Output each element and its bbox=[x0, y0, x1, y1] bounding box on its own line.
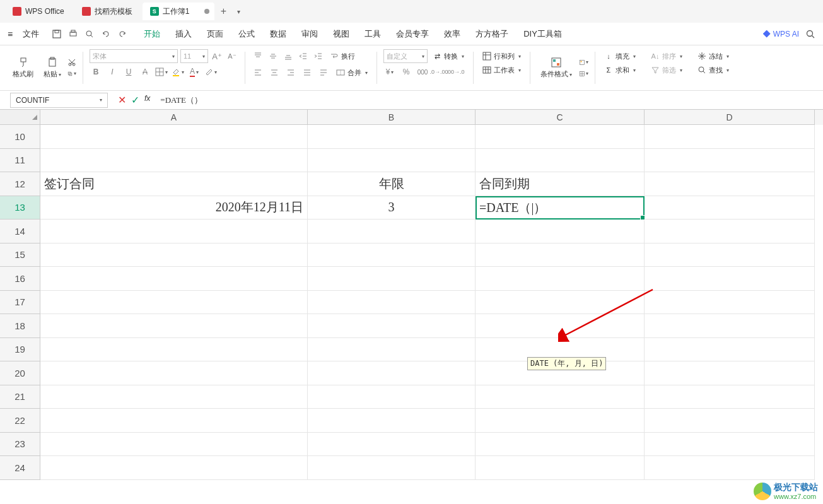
print-icon[interactable] bbox=[68, 29, 78, 39]
font-size-select[interactable]: 11▾ bbox=[180, 49, 208, 63]
cell-D21[interactable] bbox=[645, 385, 815, 409]
merge-button[interactable]: 合并▾ bbox=[334, 66, 370, 79]
cell-A15[interactable] bbox=[40, 243, 308, 267]
redo-icon[interactable] bbox=[117, 29, 127, 39]
clear-format-button[interactable]: ▾ bbox=[204, 66, 217, 78]
row-header-12[interactable]: 12 bbox=[0, 172, 40, 196]
cell-C11[interactable] bbox=[476, 149, 645, 173]
cell-D15[interactable] bbox=[645, 243, 815, 267]
conditional-format-button[interactable]: 条件格式▾ bbox=[537, 56, 576, 80]
cell-A24[interactable] bbox=[40, 456, 308, 480]
worksheet-button[interactable]: 工作表▾ bbox=[480, 63, 523, 77]
increase-font-icon[interactable]: A⁺ bbox=[211, 50, 223, 62]
cell-B22[interactable] bbox=[308, 409, 476, 433]
cell-B20[interactable] bbox=[308, 361, 476, 385]
cell-B17[interactable] bbox=[308, 291, 476, 315]
row-header-21[interactable]: 21 bbox=[0, 385, 40, 409]
copy-icon[interactable]: ▾ bbox=[67, 69, 76, 78]
align-left-icon[interactable] bbox=[252, 66, 264, 79]
currency-icon[interactable]: ¥▾ bbox=[383, 66, 396, 78]
cut-icon[interactable] bbox=[67, 58, 76, 67]
italic-button[interactable]: I bbox=[106, 66, 119, 78]
menu-tab-member[interactable]: 会员专享 bbox=[391, 26, 434, 42]
fx-icon[interactable]: fx bbox=[144, 94, 150, 106]
menu-tab-ffgz[interactable]: 方方格子 bbox=[470, 26, 513, 42]
preview-icon[interactable] bbox=[85, 29, 95, 39]
cell-C18[interactable] bbox=[476, 314, 645, 338]
menu-hamburger-icon[interactable]: ≡ bbox=[8, 29, 13, 39]
row-header-11[interactable]: 11 bbox=[0, 149, 40, 173]
cell-A18[interactable] bbox=[40, 314, 308, 338]
formula-input[interactable]: =DATE（） bbox=[155, 95, 823, 106]
row-header-18[interactable]: 18 bbox=[0, 314, 40, 338]
justify-icon[interactable] bbox=[301, 66, 313, 79]
cell-C21[interactable] bbox=[476, 385, 645, 409]
tab-menu-dropdown[interactable]: ▾ bbox=[232, 8, 245, 15]
cell-B23[interactable] bbox=[308, 433, 476, 457]
cell-B15[interactable] bbox=[308, 243, 476, 267]
border-button[interactable]: ▾ bbox=[155, 66, 168, 78]
close-icon[interactable] bbox=[204, 9, 209, 14]
tab-wps-office[interactable]: WPS Office bbox=[5, 3, 72, 20]
cell-B19[interactable] bbox=[308, 338, 476, 362]
row-header-19[interactable]: 19 bbox=[0, 338, 40, 362]
row-header-13[interactable]: 13 bbox=[0, 196, 40, 220]
percent-icon[interactable]: % bbox=[400, 66, 412, 78]
menu-tab-data[interactable]: 数据 bbox=[265, 26, 291, 42]
row-header-22[interactable]: 22 bbox=[0, 409, 40, 433]
cell-D18[interactable] bbox=[645, 314, 815, 338]
menu-tab-formula[interactable]: 公式 bbox=[233, 26, 260, 42]
cell-styles-icon[interactable]: ▾ bbox=[580, 58, 588, 67]
cell-D12[interactable] bbox=[645, 172, 815, 196]
align-bottom-icon[interactable] bbox=[282, 50, 295, 62]
menu-tab-tools[interactable]: 工具 bbox=[359, 26, 386, 42]
paste-button[interactable]: 粘贴▾ bbox=[40, 56, 65, 80]
increase-decimal-icon[interactable]: .0→.00 bbox=[433, 66, 445, 78]
cell-B18[interactable] bbox=[308, 314, 476, 338]
tab-workbook-1[interactable]: S 工作簿1 bbox=[143, 3, 215, 20]
bold-button[interactable]: B bbox=[90, 66, 102, 78]
cell-D22[interactable] bbox=[645, 409, 815, 433]
cell-A22[interactable] bbox=[40, 409, 308, 433]
font-name-select[interactable]: 宋体▾ bbox=[90, 49, 178, 63]
menu-file[interactable]: 文件 bbox=[18, 26, 44, 42]
menu-tab-start[interactable]: 开始 bbox=[139, 26, 165, 42]
find-button[interactable]: 查找▾ bbox=[695, 63, 732, 77]
cell-B13[interactable]: 3 bbox=[308, 196, 476, 220]
menu-tab-view[interactable]: 视图 bbox=[328, 26, 354, 42]
col-header-a[interactable]: A bbox=[40, 110, 308, 125]
cell-C15[interactable] bbox=[476, 243, 645, 267]
freeze-button[interactable]: 冻结▾ bbox=[695, 49, 732, 63]
cell-D24[interactable] bbox=[645, 456, 815, 480]
cell-D23[interactable] bbox=[645, 433, 815, 457]
table-format-icon[interactable]: ▾ bbox=[580, 69, 588, 78]
cell-D20[interactable] bbox=[645, 361, 815, 385]
save-icon[interactable] bbox=[52, 29, 62, 39]
cell-A11[interactable] bbox=[40, 149, 308, 173]
row-header-20[interactable]: 20 bbox=[0, 361, 40, 385]
col-header-d[interactable]: D bbox=[645, 110, 815, 125]
decrease-font-icon[interactable]: A⁻ bbox=[226, 50, 238, 62]
cell-B11[interactable] bbox=[308, 149, 476, 173]
cell-C17[interactable] bbox=[476, 291, 645, 315]
search-icon[interactable] bbox=[805, 29, 815, 39]
cell-C22[interactable] bbox=[476, 409, 645, 433]
cell-D19[interactable] bbox=[645, 338, 815, 362]
thousands-icon[interactable]: 000 bbox=[416, 66, 429, 78]
align-right-icon[interactable] bbox=[284, 66, 297, 79]
decrease-decimal-icon[interactable]: .00→.0 bbox=[449, 66, 462, 78]
cell-D13[interactable] bbox=[645, 196, 815, 220]
underline-button[interactable]: U bbox=[122, 66, 135, 78]
cell-A14[interactable] bbox=[40, 220, 308, 243]
accept-formula-icon[interactable]: ✓ bbox=[131, 94, 139, 106]
wrap-text-button[interactable]: 换行 bbox=[327, 49, 358, 63]
cell-A10[interactable] bbox=[40, 125, 308, 149]
wps-ai-button[interactable]: WPS AI bbox=[763, 30, 799, 38]
cell-A21[interactable] bbox=[40, 385, 308, 409]
align-top-icon[interactable] bbox=[252, 50, 264, 62]
cell-A17[interactable] bbox=[40, 291, 308, 315]
cell-D11[interactable] bbox=[645, 149, 815, 173]
row-header-17[interactable]: 17 bbox=[0, 291, 40, 315]
menu-tab-page[interactable]: 页面 bbox=[202, 26, 228, 42]
align-center-icon[interactable] bbox=[268, 66, 281, 79]
